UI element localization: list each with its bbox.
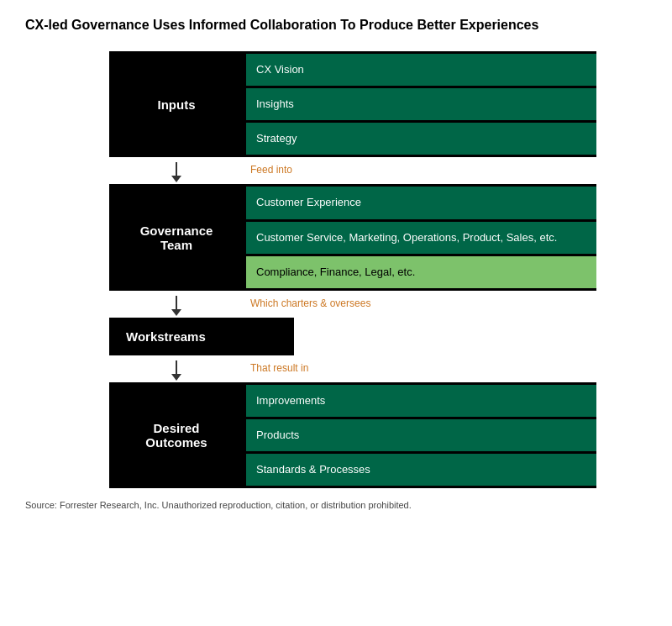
- inputs-items: CX Vision Insights Strategy: [244, 51, 596, 158]
- compliance-item: Compliance, Finance, Legal, etc.: [246, 256, 596, 288]
- insights-item: Insights: [246, 88, 596, 120]
- governance-items: Customer Experience Customer Service, Ma…: [244, 184, 596, 291]
- arrow2-row: Which charters & oversees: [109, 291, 596, 318]
- inputs-label: Inputs: [109, 51, 244, 158]
- workstreams-label: Workstreams: [109, 318, 294, 355]
- page-title: CX-led Governance Uses Informed Collabor…: [25, 17, 647, 34]
- cx-vision-item: CX Vision: [246, 54, 596, 86]
- standards-processes-item: Standards & Processes: [246, 454, 596, 486]
- customer-experience-item: Customer Experience: [246, 187, 596, 218]
- arrow1-label: Feed into: [244, 162, 292, 176]
- diagram: Inputs CX Vision Insights Strategy Feed …: [42, 51, 664, 489]
- arrow3-head: [171, 374, 181, 381]
- customer-service-item: Customer Service, Marketing, Operations,…: [246, 222, 596, 254]
- governance-row: GovernanceTeam Customer Experience Custo…: [109, 184, 596, 291]
- outcomes-label: DesiredOutcomes: [109, 382, 244, 489]
- inputs-row: Inputs CX Vision Insights Strategy: [109, 51, 596, 158]
- strategy-item: Strategy: [246, 123, 596, 155]
- arrow2-head: [171, 309, 181, 316]
- arrow2-down: [109, 296, 244, 316]
- arrow1-shaft: [176, 162, 177, 176]
- arrow1-row: Feed into: [109, 157, 596, 184]
- outcomes-items: Improvements Products Standards & Proces…: [244, 382, 596, 489]
- arrow3-down: [109, 360, 244, 381]
- governance-label: GovernanceTeam: [109, 184, 244, 291]
- arrow3-row: That result in: [109, 355, 596, 382]
- products-item: Products: [246, 419, 596, 451]
- arrow2-shaft: [176, 296, 177, 309]
- workstreams-row: Workstreams: [109, 318, 596, 355]
- arrow3-label: That result in: [244, 360, 308, 374]
- arrow2-label: Which charters & oversees: [244, 296, 370, 309]
- arrow1-down: [109, 162, 244, 182]
- improvements-item: Improvements: [246, 385, 596, 417]
- arrow1-head: [171, 176, 181, 182]
- outcomes-row: DesiredOutcomes Improvements Products St…: [109, 382, 596, 489]
- source-note: Source: Forrester Research, Inc. Unautho…: [25, 500, 613, 510]
- arrow3-shaft: [176, 360, 177, 374]
